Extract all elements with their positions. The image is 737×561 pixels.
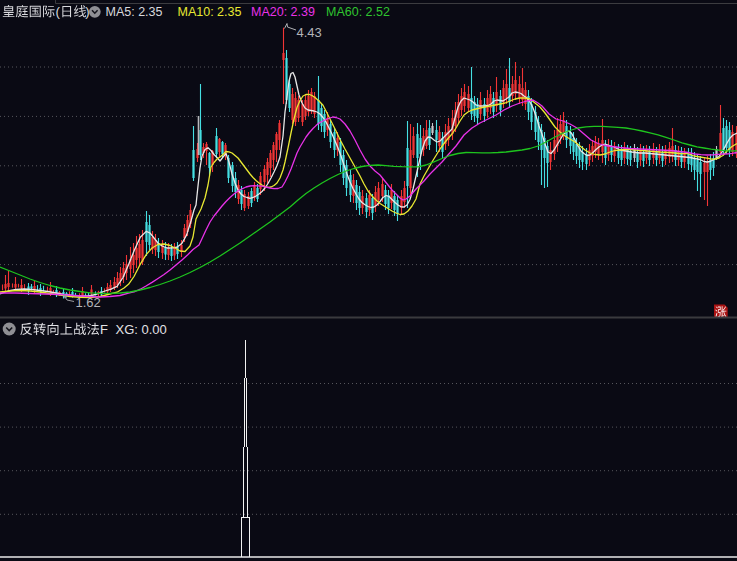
svg-text:MA5: 2.35: MA5: 2.35: [106, 5, 163, 19]
svg-text:MA10: 2.35: MA10: 2.35: [178, 5, 242, 19]
svg-text:F: F: [100, 322, 108, 337]
svg-text:XG: 0.00: XG: 0.00: [116, 322, 167, 337]
svg-text:MA20: 2.39: MA20: 2.39: [251, 5, 315, 19]
svg-text:(: (: [56, 4, 61, 19]
svg-text:MA60: 2.52: MA60: 2.52: [326, 5, 390, 19]
svg-text:4.43: 4.43: [297, 25, 322, 40]
svg-text:1.62: 1.62: [76, 295, 101, 310]
